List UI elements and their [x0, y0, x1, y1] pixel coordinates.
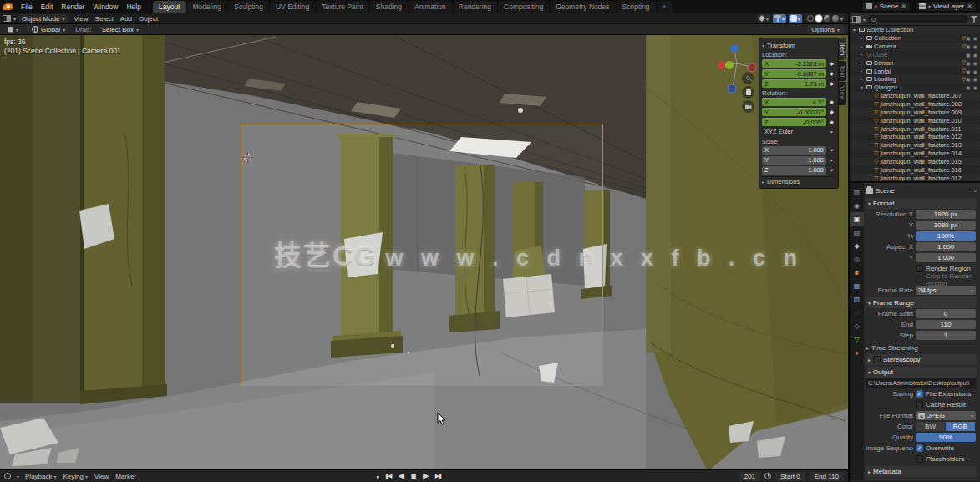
- value-field[interactable]: 1080 px: [916, 221, 976, 230]
- material-preview-shading-button[interactable]: [824, 15, 830, 22]
- outliner-row[interactable]: ▽jianzhuqun_wall_fracture.015·: [850, 158, 980, 166]
- render-toggle-icon[interactable]: ◉: [973, 52, 977, 58]
- sidebar-tab-tool[interactable]: Tool: [839, 61, 846, 82]
- properties-tab-output[interactable]: ▣: [850, 212, 864, 226]
- outliner-row[interactable]: •Lantai▽▣◉: [850, 67, 980, 75]
- shading-options-dropdown[interactable]: ▾: [840, 16, 843, 22]
- outliner-row[interactable]: ▽jianzhuqun_wall_fracture.014·: [850, 150, 980, 158]
- properties-tab-tool[interactable]: ▥: [850, 185, 864, 199]
- outliner-row[interactable]: ▽jianzhuqun_wall_fracture.017·: [850, 174, 980, 182]
- wireframe-shading-button[interactable]: [807, 15, 814, 22]
- jump-start-button[interactable]: ▮◀: [383, 473, 393, 479]
- transform-panel-header[interactable]: ▾ Transform: [762, 40, 835, 50]
- value-field[interactable]: X4.3°: [762, 98, 826, 106]
- tab-sculpting[interactable]: Sculpting: [228, 1, 269, 13]
- value-field[interactable]: X-2.2528 m: [762, 59, 826, 68]
- timeline-menu-view[interactable]: View: [94, 473, 109, 480]
- properties-tab-particles[interactable]: ▧: [850, 292, 864, 306]
- outliner-row[interactable]: ▾Qiangzu▣◉: [850, 84, 980, 92]
- value-field[interactable]: 1.000: [916, 242, 976, 251]
- properties-tab-physics[interactable]: ◌: [850, 306, 864, 319]
- render-toggle-icon[interactable]: ◉: [973, 84, 977, 90]
- menu-render[interactable]: Render: [57, 2, 89, 12]
- solid-shading-button[interactable]: [815, 15, 822, 22]
- outliner-search-input[interactable]: [868, 15, 968, 23]
- checkbox-overwrite[interactable]: ✓: [916, 444, 923, 452]
- value-field[interactable]: Z-0.005°: [762, 118, 826, 126]
- checkbox-cache-result[interactable]: [916, 401, 923, 408]
- gizmo-dropdown[interactable]: ▾: [757, 14, 770, 23]
- navigation-gizmo[interactable]: [715, 38, 762, 110]
- drag-mode-dropdown[interactable]: Select Box ▾: [99, 25, 142, 34]
- timeline-menu-marker[interactable]: Marker: [115, 473, 136, 480]
- value-field[interactable]: Y-0.00007°: [762, 108, 826, 116]
- checkbox-crop-to-render-region[interactable]: [916, 276, 923, 283]
- panel-metadata[interactable]: ▸Metadata: [866, 466, 977, 477]
- value-field[interactable]: Y-0.0887 m: [762, 69, 826, 78]
- keyframe-icon[interactable]: ◆: [828, 109, 835, 114]
- next-keyframe-button[interactable]: ▮▶: [420, 473, 429, 479]
- tab-rendering[interactable]: Rendering: [453, 1, 497, 13]
- viewport-menu-select[interactable]: Select: [92, 15, 117, 23]
- viewport-menu-view[interactable]: View: [70, 15, 91, 23]
- tab-uv-editing[interactable]: UV Editing: [270, 1, 315, 13]
- outliner-row[interactable]: •Dimian▽▣◉: [850, 58, 980, 67]
- viewport-3d[interactable]: fps: 36 (201) Scene Collection | Camera.…: [0, 35, 848, 469]
- properties-tab-render[interactable]: ◉: [850, 199, 864, 212]
- view-layer-selector[interactable]: ▾ ViewLayer ✕: [915, 1, 977, 12]
- editor-type-icon[interactable]: [3, 15, 11, 22]
- tab-compositing[interactable]: Compositing: [498, 1, 549, 13]
- tab-scripting[interactable]: Scripting: [617, 1, 656, 13]
- checkbox-placeholders[interactable]: [916, 455, 923, 463]
- transform-orientation-dropdown[interactable]: Global ▾: [28, 25, 69, 34]
- value-field[interactable]: Y1.000: [762, 156, 826, 165]
- rotation-mode-dropdown[interactable]: XYZ Euler ▾: [762, 127, 835, 135]
- outliner-row[interactable]: •Camera▽▣◉: [850, 43, 980, 51]
- keyframe-icon[interactable]: ◆: [828, 99, 835, 104]
- outliner-row[interactable]: ▽jianzhuqun_wall_fracture.013·: [850, 141, 980, 150]
- properties-tab-world[interactable]: ◎: [850, 252, 864, 266]
- value-field[interactable]: 1.000: [916, 253, 976, 262]
- checkbox-file-extensions[interactable]: ✓: [916, 390, 923, 398]
- dimensions-panel-collapsed[interactable]: ▸ Dimensions: [762, 176, 835, 185]
- frame-start-field[interactable]: Start 0: [775, 472, 805, 481]
- keyframe-icon[interactable]: ◆: [828, 70, 835, 76]
- camera-view-button[interactable]: [742, 100, 754, 113]
- outliner-row[interactable]: •▽Cube▣◉: [850, 51, 980, 59]
- properties-tab-scene[interactable]: ◆: [850, 239, 864, 252]
- keyframe-icon[interactable]: •: [828, 148, 835, 153]
- render-toggle-icon[interactable]: ◉: [973, 35, 977, 41]
- exclude-checkbox-icon[interactable]: ▣: [966, 35, 971, 41]
- viewport-menu-add[interactable]: Add: [117, 15, 135, 23]
- active-tool-dropdown[interactable]: ▾: [4, 25, 22, 34]
- value-field[interactable]: 1920 px: [916, 210, 976, 219]
- viewport-menu-object[interactable]: Object: [135, 15, 161, 23]
- dropdown-field[interactable]: 24 fps▾: [916, 286, 976, 295]
- menu-icon[interactable]: ≡: [973, 188, 977, 194]
- zoom-tool-button[interactable]: [742, 72, 754, 84]
- panel-stereoscopy[interactable]: ▸Stereoscopy: [866, 354, 977, 365]
- render-toggle-icon[interactable]: ◉: [973, 60, 977, 66]
- outliner-row[interactable]: •Louding▽▣◉: [850, 75, 980, 84]
- exclude-checkbox-icon[interactable]: ▣: [966, 84, 971, 90]
- subpanel-time-stretching[interactable]: ▸Time Stretching: [866, 342, 977, 353]
- properties-tab-material[interactable]: ●: [850, 346, 864, 359]
- exclude-checkbox-icon[interactable]: ▣: [966, 68, 971, 74]
- value-slider[interactable]: 90%: [916, 433, 976, 442]
- properties-tab-data[interactable]: ▽: [850, 332, 864, 346]
- exclude-checkbox-icon[interactable]: ▣: [966, 60, 971, 66]
- unlink-scene-icon[interactable]: ✕: [901, 3, 906, 10]
- dropdown-field[interactable]: JPEG▾: [916, 411, 976, 420]
- tab-animation[interactable]: Animation: [409, 1, 452, 13]
- keyframe-icon[interactable]: •: [828, 168, 835, 173]
- scene-selector[interactable]: ▾ Scene ✕: [861, 1, 911, 12]
- tab-modeling[interactable]: Modeling: [187, 1, 228, 13]
- pan-tool-button[interactable]: [742, 86, 754, 99]
- frame-end-field[interactable]: End 110: [810, 472, 844, 481]
- panel-post-processing[interactable]: ▸Post Processing: [866, 479, 977, 480]
- menu-help[interactable]: Help: [122, 2, 145, 12]
- outliner-row[interactable]: ▽jianzhuqun_wall_fracture.012·: [850, 133, 980, 141]
- menu-edit[interactable]: Edit: [37, 2, 58, 12]
- current-frame-field[interactable]: 201: [739, 472, 760, 481]
- timeline-menu-playback[interactable]: Playback▾: [25, 473, 56, 480]
